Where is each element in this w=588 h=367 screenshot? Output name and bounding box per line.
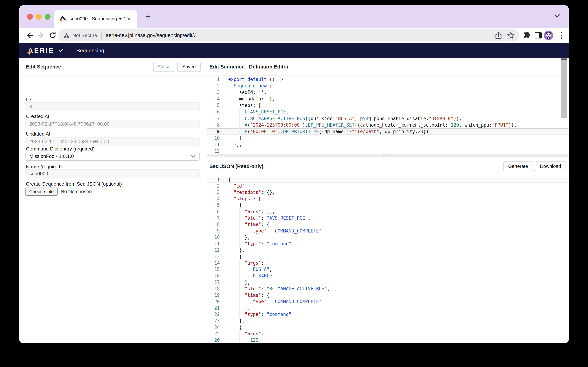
- window-minimize-button[interactable]: [36, 14, 42, 20]
- line-number: 20: [207, 298, 223, 305]
- code-line[interactable]: 4 "steps": [: [207, 196, 569, 202]
- code-line[interactable]: 17 ],: [207, 279, 569, 286]
- tab-title: sub0000 - Sequencing ✦ Aerie: [70, 16, 125, 22]
- saved-button[interactable]: Saved: [177, 62, 201, 72]
- tab-search-chevron-icon[interactable]: [554, 13, 561, 18]
- line-number: 11: [207, 241, 223, 247]
- aerie-logo[interactable]: AERIE: [28, 47, 55, 54]
- definition-editor-title: Edit Sequence - Definition Editor: [209, 64, 289, 70]
- code-line[interactable]: 10 },: [207, 234, 569, 241]
- code-line[interactable]: 14 "args": [: [207, 260, 569, 266]
- code-line[interactable]: 9 "type": "COMMAND_COMPLETE": [207, 228, 569, 234]
- share-icon[interactable]: [495, 32, 502, 39]
- line-number: 6: [207, 109, 223, 115]
- aerie-logo-text: AERIE: [28, 47, 55, 54]
- code-line[interactable]: 6 "args": [],: [207, 209, 569, 215]
- name-label: Name (required): [26, 164, 62, 170]
- line-number: 5: [207, 202, 223, 209]
- code-line[interactable]: 9 R('00:00:10').DP_PRIORITIZE({dp_name:"…: [207, 128, 569, 135]
- edit-sequence-panel: Edit Sequence Close Saved ID 3 Created A…: [19, 58, 206, 343]
- code-line[interactable]: 8 "time": {: [207, 221, 569, 228]
- code-line[interactable]: 20 "type": "COMMAND_COMPLETE": [207, 298, 569, 305]
- edit-sequence-header: Edit Sequence Close Saved: [19, 58, 206, 76]
- code-line[interactable]: 11 "type": "command": [207, 241, 569, 247]
- code-line[interactable]: 10 ]: [207, 135, 569, 141]
- side-panel-icon[interactable]: [533, 30, 543, 41]
- main-content: Edit Sequence Close Saved ID 3 Created A…: [19, 58, 569, 343]
- line-number: 10: [207, 135, 223, 141]
- bookmark-star-icon[interactable]: [507, 32, 514, 39]
- generate-button[interactable]: Generate: [503, 161, 533, 171]
- seq-json-scrollbar-cap[interactable]: [561, 58, 567, 60]
- code-line[interactable]: 15 "BUS_A",: [207, 266, 569, 273]
- url-bar[interactable]: Not Secure aerie-dev.jpl.nasa.gov/sequen…: [58, 29, 519, 42]
- code-line[interactable]: 5 steps: [: [207, 102, 569, 109]
- reload-icon[interactable]: [48, 30, 57, 41]
- seq-json-scrollbar[interactable]: [561, 60, 567, 118]
- code-line[interactable]: 13 {: [207, 253, 569, 260]
- extensions-puzzle-icon[interactable]: [522, 30, 532, 41]
- seq-json-viewer[interactable]: 1{2 "id": "",3 "metadata": {},4 "steps":…: [207, 176, 569, 343]
- code-line[interactable]: 19 "time": {: [207, 292, 569, 299]
- code-line[interactable]: 25 "args": [: [207, 331, 569, 337]
- command-dictionary-select[interactable]: MissionFoo - 1.0.1.0: [25, 152, 200, 161]
- code-line[interactable]: 11 });: [207, 141, 569, 148]
- code-line[interactable]: 1export default () =>: [207, 76, 569, 83]
- choose-file-button[interactable]: Choose File: [25, 188, 57, 196]
- header-divider: [70, 46, 70, 55]
- app-menu-chevron-icon[interactable]: [58, 49, 63, 52]
- security-label: Not Secure: [73, 33, 97, 38]
- line-number: 10: [207, 234, 223, 241]
- line-number: 1: [207, 76, 223, 83]
- code-line[interactable]: 3 seqId: '',: [207, 89, 569, 96]
- back-icon[interactable]: [24, 30, 34, 41]
- panel-splitter[interactable]: [207, 154, 569, 157]
- code-line[interactable]: 18 "stem": "BC_MANAGE_ACTIVE_BUS",: [207, 285, 569, 292]
- browser-menu-icon[interactable]: [557, 31, 565, 39]
- code-line[interactable]: 7 C.BC_MANAGE_ACTIVE_BUS({bus_side:"BUS_…: [207, 115, 569, 122]
- code-line[interactable]: 22 "type": "command": [207, 311, 569, 318]
- code-line[interactable]: 16 "DISABLE": [207, 273, 569, 279]
- definition-code-editor[interactable]: 1export default () =>2 Sequence.new({3 s…: [207, 76, 569, 154]
- editors-panel: Edit Sequence - Definition Editor 1expor…: [207, 58, 569, 343]
- code-line[interactable]: 1{: [207, 176, 569, 183]
- code-line[interactable]: 12: [207, 148, 569, 154]
- code-line[interactable]: 4 metadata: {},: [207, 96, 569, 102]
- profile-avatar[interactable]: [544, 31, 553, 40]
- close-button[interactable]: Close: [153, 62, 175, 72]
- code-line[interactable]: 24 {: [207, 324, 569, 331]
- new-tab-button[interactable]: +: [143, 12, 153, 21]
- seq-json-header: Seq JSON (Read-only) Generate Download: [207, 157, 569, 176]
- code-line[interactable]: 7 "stem": "AVS_RESET_PCE",: [207, 215, 569, 221]
- line-number: 2: [207, 183, 223, 189]
- line-number: 3: [207, 89, 223, 96]
- code-line[interactable]: 26 120,: [207, 337, 569, 343]
- code-line[interactable]: 2 Sequence.new({: [207, 83, 569, 89]
- line-number: 14: [207, 260, 223, 266]
- line-number: 4: [207, 96, 223, 102]
- code-line[interactable]: 5 {: [207, 202, 569, 209]
- line-number: 5: [207, 102, 223, 109]
- code-line[interactable]: 12 },: [207, 247, 569, 254]
- code-line[interactable]: 8 A('2024-123T00:00:00').EP_PPU_HEATER_S…: [207, 122, 569, 128]
- code-line[interactable]: 21 },: [207, 305, 569, 311]
- tab-close-icon[interactable]: ✕: [125, 16, 132, 22]
- window-zoom-button[interactable]: [45, 14, 50, 20]
- browser-tab[interactable]: sub0000 - Sequencing ✦ Aerie ✕: [54, 10, 137, 28]
- line-number: 24: [207, 324, 223, 331]
- code-line[interactable]: 3 "metadata": {},: [207, 189, 569, 196]
- window-close-button[interactable]: [27, 14, 33, 20]
- command-dictionary-value: MissionFoo - 1.0.1.0: [29, 153, 74, 159]
- app-header: AERIE Sequencing: [19, 43, 569, 58]
- name-field[interactable]: sub0000: [25, 169, 200, 178]
- line-number: 13: [207, 253, 223, 260]
- line-number: 9: [207, 228, 223, 234]
- download-button[interactable]: Download: [535, 161, 566, 171]
- definition-editor-header: Edit Sequence - Definition Editor: [207, 58, 569, 76]
- code-line[interactable]: 2 "id": "",: [207, 183, 569, 189]
- forward-icon[interactable]: [36, 30, 46, 41]
- updated-at-label: Updated At: [26, 131, 50, 137]
- line-number: 25: [207, 331, 223, 337]
- code-line[interactable]: 23 },: [207, 318, 569, 324]
- code-line[interactable]: 6 C.AVS_RESET_PCE,: [207, 109, 569, 115]
